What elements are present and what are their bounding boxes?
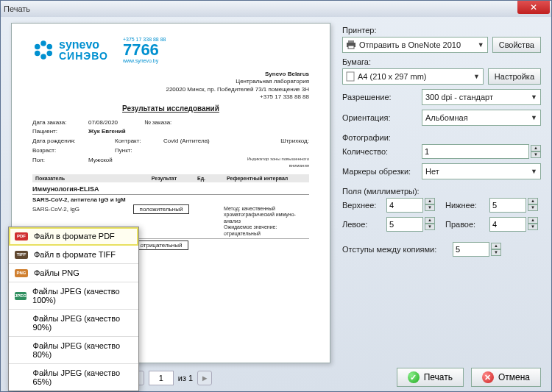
- doc-title: Результаты исследований: [32, 104, 309, 113]
- brand-bot: СИНЭВО: [59, 51, 108, 61]
- JPEG-badge-icon: JPEG: [15, 292, 26, 300]
- chevron-down-icon: ▼: [531, 114, 537, 121]
- lab-name: Synevo Belarus: [32, 71, 309, 78]
- orientation-label: Ориентация:: [342, 113, 422, 122]
- crop-select[interactable]: Нет▼: [422, 163, 541, 179]
- svg-point-1: [47, 44, 53, 50]
- result-igm: отрицательный: [134, 240, 189, 250]
- margin-top-input[interactable]: [386, 198, 423, 213]
- margin-right-input[interactable]: [489, 217, 526, 232]
- pager-next[interactable]: ►: [197, 371, 212, 385]
- synevo-logo-icon: [32, 39, 54, 61]
- margin-bottom-input[interactable]: [489, 198, 526, 213]
- print-button[interactable]: ✓ Печать: [397, 368, 464, 387]
- svg-point-3: [40, 54, 46, 60]
- spin-down[interactable]: ▼: [531, 152, 541, 158]
- margin-left-input[interactable]: [386, 217, 423, 232]
- PDF-badge-icon: PDF: [15, 232, 28, 240]
- export-item-2[interactable]: PNGФайлы PNG: [9, 264, 138, 282]
- margins-section: Поля (миллиметры):: [342, 187, 541, 196]
- pager-page-input[interactable]: [149, 371, 174, 385]
- export-item-0[interactable]: PDFФайл в формате PDF: [9, 227, 138, 246]
- result-igg: положительный: [133, 204, 190, 214]
- close-button[interactable]: ✕: [517, 1, 550, 14]
- chevron-down-icon: ▼: [473, 73, 480, 80]
- test-igg: SARS-CoV-2, IgG: [32, 206, 128, 213]
- spacing-label: Отступы между копиями:: [342, 245, 453, 254]
- phone-big: 7766: [123, 42, 166, 58]
- printer-properties-button[interactable]: Свойства: [492, 37, 541, 53]
- print-dialog: Печать ✕ synevo СИНЭВО: [0, 0, 552, 392]
- svg-point-0: [40, 40, 46, 46]
- chevron-down-icon: ▼: [478, 41, 484, 49]
- svg-point-2: [47, 51, 53, 57]
- site-url: www.synevo.by: [123, 58, 166, 63]
- section-immunology: Иммунология-ELISA: [32, 185, 309, 195]
- PNG-badge-icon: PNG: [15, 269, 28, 277]
- svg-rect-8: [348, 46, 354, 49]
- printer-label: Принтер:: [342, 26, 541, 35]
- export-item-4[interactable]: Файлы JPEG (качество 90%): [9, 310, 138, 337]
- printer-icon: [346, 40, 356, 49]
- chevron-down-icon: ▼: [531, 93, 537, 101]
- paper-settings-button[interactable]: Настройка: [488, 68, 541, 85]
- orientation-select[interactable]: Альбомная▼: [422, 110, 541, 126]
- chevron-down-icon: ▼: [531, 168, 537, 175]
- export-format-menu: PDFФайл в формате PDFTIFFФайл в формате …: [8, 227, 139, 391]
- export-item-6[interactable]: Файлы JPEG (качество 65%): [9, 364, 138, 391]
- TIFF-badge-icon: TIFF: [15, 251, 28, 259]
- resolution-label: Разрешение:: [342, 93, 422, 101]
- cancel-button[interactable]: ✕ Отмена: [471, 368, 541, 387]
- check-icon: ✓: [408, 371, 420, 383]
- photos-section: Фотографии:: [342, 133, 541, 142]
- printer-select[interactable]: Отправить в OneNote 2010 ▼: [342, 37, 488, 53]
- paper-label: Бумага:: [342, 57, 541, 66]
- svg-point-5: [35, 44, 40, 50]
- paper-select[interactable]: A4 (210 x 297 mm) ▼: [342, 68, 484, 85]
- lab-phone: +375 17 338 88 88: [32, 93, 309, 101]
- export-item-1[interactable]: TIFFФайл в формате TIFF: [9, 246, 138, 264]
- pager-of: из 1: [178, 374, 193, 382]
- patient-name: Жук Евгений: [88, 127, 126, 137]
- svg-rect-6: [348, 40, 354, 43]
- svg-rect-9: [347, 72, 354, 81]
- count-input[interactable]: [422, 144, 529, 159]
- svg-point-4: [35, 51, 40, 57]
- paper-icon: [346, 71, 355, 82]
- brand-top: synevo: [59, 39, 108, 51]
- titlebar: Печать ✕: [1, 1, 551, 17]
- cancel-icon: ✕: [482, 371, 494, 383]
- spin-up[interactable]: ▲: [531, 145, 541, 152]
- export-item-3[interactable]: JPEGФайлы JPEG (качество 100%): [9, 282, 138, 310]
- resolution-select[interactable]: 300 dpi - стандарт▼: [422, 89, 541, 105]
- export-item-5[interactable]: Файлы JPEG (качество 80%): [9, 337, 138, 364]
- close-icon: ✕: [530, 2, 537, 13]
- lab-address: 220020 Минск, пр. Победителей 73/1 помещ…: [32, 86, 309, 93]
- lab-dept: Центральная лаборатория: [32, 78, 309, 85]
- spacing-input[interactable]: [453, 242, 489, 257]
- window-title: Печать: [4, 4, 30, 13]
